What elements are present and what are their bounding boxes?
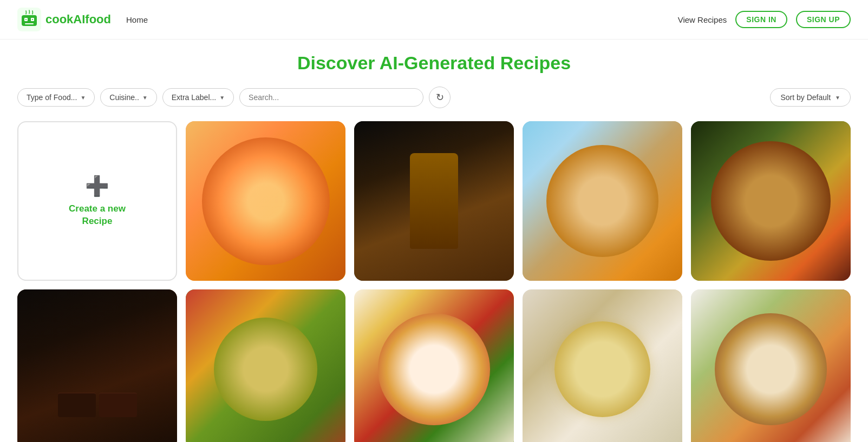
sort-chevron-icon: ▼ [835, 95, 840, 101]
header-right: View Recipes SIGN IN SIGN UP [678, 11, 851, 28]
recipe-card-6[interactable] [186, 289, 345, 442]
sign-up-button[interactable]: SIGN UP [796, 11, 851, 28]
create-recipe-label: Create a newRecipe [69, 203, 126, 227]
recipe-card-9[interactable] [691, 289, 851, 442]
recipe-card-5[interactable] [17, 289, 177, 442]
main-content: Discover AI-Generated Recipes Type of Fo… [0, 39, 868, 442]
recipe-grid: ➕ Create a newRecipe [17, 121, 851, 442]
svg-rect-6 [25, 23, 34, 24]
type-of-food-dropdown[interactable]: Type of Food... ▼ [17, 88, 95, 107]
cuisine-dropdown[interactable]: Cuisine.. ▼ [100, 88, 156, 107]
cuisine-chevron-icon: ▼ [142, 95, 148, 101]
refresh-icon: ↻ [436, 91, 444, 103]
sort-dropdown[interactable]: Sort by Default ▼ [770, 88, 851, 107]
create-new-recipe-card[interactable]: ➕ Create a newRecipe [17, 121, 177, 281]
view-recipes-link[interactable]: View Recipes [678, 15, 727, 24]
filter-bar: Type of Food... ▼ Cuisine.. ▼ Extra Labe… [17, 87, 851, 108]
extra-label-dropdown[interactable]: Extra Label... ▼ [162, 88, 234, 107]
header: cookAIfood Home View Recipes SIGN IN SIG… [0, 0, 868, 39]
logo-text: cookAIfood [45, 12, 111, 27]
search-input-wrap[interactable] [239, 88, 423, 107]
extra-label-chevron-icon: ▼ [219, 95, 225, 101]
recipe-card-2[interactable] [354, 121, 514, 281]
type-of-food-chevron-icon: ▼ [80, 95, 86, 101]
cuisine-label: Cuisine.. [109, 93, 139, 102]
sort-label: Sort by Default [780, 93, 831, 102]
page-title: Discover AI-Generated Recipes [17, 52, 851, 74]
nav-home-link[interactable]: Home [126, 15, 148, 24]
sign-in-button[interactable]: SIGN IN [735, 11, 787, 28]
refresh-button[interactable]: ↻ [429, 87, 451, 108]
recipe-card-1[interactable] [186, 121, 345, 281]
recipe-card-4[interactable] [691, 121, 851, 281]
svg-rect-5 [32, 19, 33, 20]
extra-label-label: Extra Label... [172, 93, 217, 102]
search-input[interactable] [249, 93, 414, 102]
create-plus-icon: ➕ [85, 175, 109, 197]
logo-link[interactable]: cookAIfood [17, 8, 111, 31]
svg-rect-4 [25, 19, 27, 20]
recipe-card-3[interactable] [523, 121, 682, 281]
recipe-card-8[interactable] [523, 289, 682, 442]
recipe-card-7[interactable] [354, 289, 514, 442]
type-of-food-label: Type of Food... [27, 93, 77, 102]
logo-icon [17, 8, 41, 31]
